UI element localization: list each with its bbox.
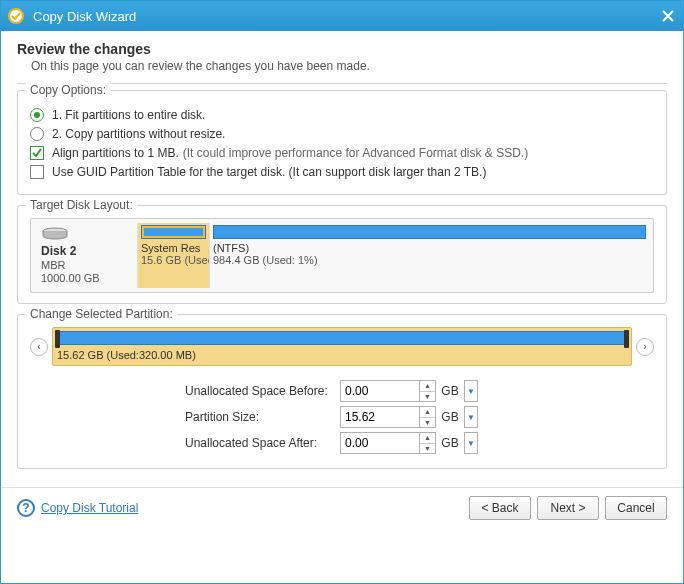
partition-size-input[interactable] [340,406,420,428]
unit-dropdown[interactable]: ▼ [464,380,478,402]
svg-point-0 [9,9,23,23]
spin-down-icon[interactable]: ▼ [420,392,435,402]
partition-name: System Res [141,242,206,254]
partition-bar [141,225,206,239]
option-copy-without-resize[interactable]: 2. Copy partitions without resize. [30,127,654,141]
row-unallocated-after: Unallocated Space After: ▲▼ GB ▼ [30,432,654,454]
partition-form: Unallocated Space Before: ▲▼ GB ▼ Partit… [30,380,654,454]
spin-up-icon[interactable]: ▲ [420,381,435,392]
back-button[interactable]: < Back [469,496,531,520]
slider-bar [57,331,627,345]
content-area: Review the changes On this page you can … [1,31,683,487]
unit-dropdown[interactable]: ▼ [464,406,478,428]
slider-label: 15.62 GB (Used:320.00 MB) [57,349,627,361]
checkbox-icon [30,165,44,179]
unallocated-after-input[interactable] [340,432,420,454]
next-button[interactable]: Next > [537,496,599,520]
disk-name: Disk 2 [41,244,131,258]
disk-size: 1000.00 GB [41,272,131,284]
disk-icon [41,227,69,241]
help-link-area: ? Copy Disk Tutorial [17,499,138,517]
option-label: 2. Copy partitions without resize. [52,127,225,141]
form-label: Unallocated Space Before: [185,384,340,398]
spinner[interactable]: ▲▼ [420,380,436,402]
tutorial-link[interactable]: Copy Disk Tutorial [41,501,138,515]
disk-layout: Disk 2 MBR 1000.00 GB System Res 15.6 GB… [30,218,654,293]
unit-dropdown[interactable]: ▼ [464,432,478,454]
spin-up-icon[interactable]: ▲ [420,433,435,444]
unallocated-before-input[interactable] [340,380,420,402]
spin-down-icon[interactable]: ▼ [420,418,435,428]
divider [17,83,667,84]
option-note: (It could improve performance for Advanc… [183,146,528,160]
radio-icon [30,108,44,122]
disk-type: MBR [41,259,131,271]
app-icon [7,7,25,25]
option-use-guid[interactable]: Use GUID Partition Table for the target … [30,165,654,179]
spinner[interactable]: ▲▼ [420,432,436,454]
target-disk-title: Target Disk Layout: [26,198,137,212]
partition-bar [213,225,646,239]
partition-system-reserved[interactable]: System Res 15.6 GB (Used: [137,223,209,288]
slider-right-button[interactable]: › [636,338,654,356]
partition-info: 984.4 GB (Used: 1%) [213,254,646,266]
spin-down-icon[interactable]: ▼ [420,444,435,454]
change-partition-group: Change Selected Partition: ‹ 15.62 GB (U… [17,314,667,469]
partition-ntfs[interactable]: (NTFS) 984.4 GB (Used: 1%) [209,223,649,288]
help-icon: ? [17,499,35,517]
unit-label: GB [436,384,464,398]
close-icon[interactable] [659,7,677,25]
option-label: Align partitions to 1 MB. [52,146,179,160]
row-partition-size: Partition Size: ▲▼ GB ▼ [30,406,654,428]
target-disk-layout-group: Target Disk Layout: Disk 2 MBR 1000.00 G… [17,205,667,304]
option-label: 1. Fit partitions to entire disk. [52,108,205,122]
change-partition-title: Change Selected Partition: [26,307,177,321]
checkbox-icon [30,146,44,160]
slider-left-button[interactable]: ‹ [30,338,48,356]
cancel-button[interactable]: Cancel [605,496,667,520]
unit-label: GB [436,410,464,424]
footer-buttons: < Back Next > Cancel [469,496,667,520]
spinner[interactable]: ▲▼ [420,406,436,428]
unit-label: GB [436,436,464,450]
form-label: Unallocated Space After: [185,436,340,450]
radio-icon [30,127,44,141]
disk-info: Disk 2 MBR 1000.00 GB [35,223,137,288]
titlebar: Copy Disk Wizard [1,1,683,31]
slider-body[interactable]: 15.62 GB (Used:320.00 MB) [52,327,632,366]
page-heading: Review the changes [17,41,667,57]
partition-info: 15.6 GB (Used: [141,254,206,266]
footer: ? Copy Disk Tutorial < Back Next > Cance… [1,487,683,528]
option-label: Use GUID Partition Table for the target … [52,165,486,179]
form-label: Partition Size: [185,410,340,424]
row-unallocated-before: Unallocated Space Before: ▲▼ GB ▼ [30,380,654,402]
copy-options-title: Copy Options: [26,83,110,97]
option-fit-partitions[interactable]: 1. Fit partitions to entire disk. [30,108,654,122]
partition-name: (NTFS) [213,242,646,254]
spin-up-icon[interactable]: ▲ [420,407,435,418]
partition-slider: ‹ 15.62 GB (Used:320.00 MB) › [30,327,654,366]
page-subheading: On this page you can review the changes … [31,59,667,73]
option-align-partitions[interactable]: Align partitions to 1 MB. (It could impr… [30,146,654,160]
window-title: Copy Disk Wizard [33,9,659,24]
copy-options-group: Copy Options: 1. Fit partitions to entir… [17,90,667,195]
